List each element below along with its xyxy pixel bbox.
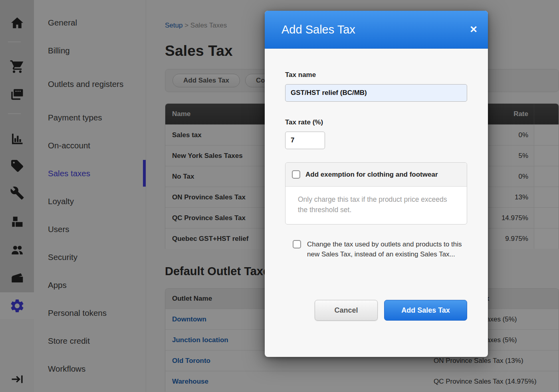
tax-name-label: Tax name: [285, 71, 467, 79]
tax-rate-label: Tax rate (%): [285, 118, 467, 126]
change-tax-checkbox[interactable]: [293, 240, 301, 248]
modal-add-sales-tax-button[interactable]: Add Sales Tax: [384, 300, 467, 321]
tax-name-input[interactable]: [285, 84, 467, 102]
modal-actions: Cancel Add Sales Tax: [315, 300, 467, 321]
change-tax-row: Change the tax used by outlets and produ…: [285, 239, 467, 260]
exemption-checkbox[interactable]: [292, 170, 300, 179]
close-icon[interactable]: ✕: [470, 25, 478, 34]
cancel-button[interactable]: Cancel: [315, 300, 378, 321]
exemption-description: Only charge this tax if the product pric…: [285, 187, 467, 224]
modal-title: Add Sales Tax: [281, 23, 470, 36]
tax-rate-input[interactable]: [285, 132, 325, 149]
exemption-label: Add exemption for clothing and footwear: [305, 171, 438, 179]
app-window: General Billing Outlets and registers Pa…: [0, 0, 559, 392]
exemption-panel-header: Add exemption for clothing and footwear: [285, 163, 467, 187]
add-sales-tax-modal: Add Sales Tax ✕ Tax name Tax rate (%) Ad…: [265, 11, 488, 357]
change-tax-label: Change the tax used by outlets and produ…: [307, 239, 467, 260]
exemption-panel: Add exemption for clothing and footwear …: [285, 162, 467, 225]
modal-header: Add Sales Tax ✕: [265, 11, 488, 49]
modal-body: Tax name Tax rate (%) Add exemption for …: [265, 71, 488, 260]
